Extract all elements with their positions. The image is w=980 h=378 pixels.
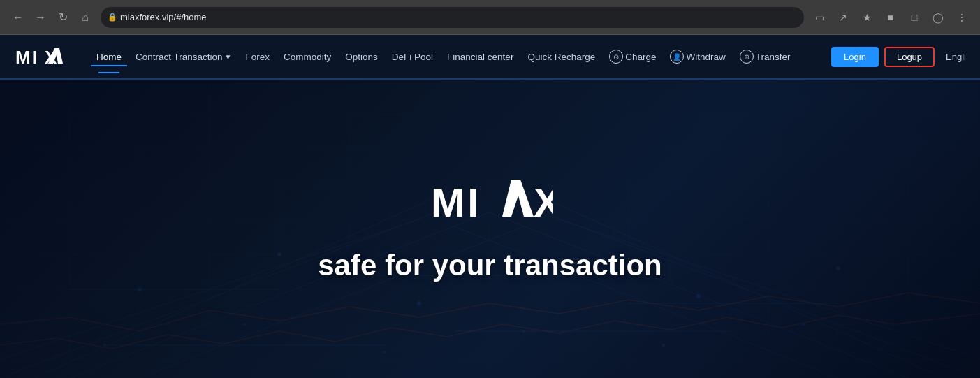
- refresh-button[interactable]: ↻: [53, 8, 73, 27]
- nav-withdraw-wrapper: 👤 Withdraw: [664, 45, 731, 68]
- lock-icon: 🔒: [108, 13, 117, 22]
- nav-home[interactable]: Home: [91, 48, 127, 66]
- nav-options-wrapper: Options: [339, 48, 383, 66]
- nav-home-wrapper: Home: [91, 48, 127, 66]
- nav-defi-wrapper: DeFi Pool: [386, 48, 439, 66]
- language-selector[interactable]: Engli: [946, 52, 966, 62]
- back-button[interactable]: ←: [8, 8, 28, 27]
- hero-content: MI X safe for your transaction: [318, 176, 661, 282]
- profile-button[interactable]: ◯: [928, 8, 948, 27]
- withdraw-icon: 👤: [670, 50, 684, 64]
- forward-button[interactable]: →: [31, 8, 50, 27]
- extensions-button[interactable]: ■: [881, 8, 900, 27]
- nav-transfer-wrapper: ⊕ Transfer: [734, 45, 796, 68]
- transfer-icon: ⊕: [740, 50, 754, 64]
- svg-text:MI: MI: [431, 180, 481, 225]
- site-logo[interactable]: MI X: [14, 45, 70, 68]
- nav-defi[interactable]: DeFi Pool: [386, 48, 439, 66]
- nav-contract-wrapper: Contract Transaction ▼: [130, 48, 237, 66]
- cast-button[interactable]: ▭: [810, 8, 829, 27]
- browser-actions: ▭ ↗ ★ ■ □ ◯ ⋮: [810, 8, 972, 27]
- nav-forex[interactable]: Forex: [240, 48, 275, 66]
- share-button[interactable]: ↗: [833, 8, 853, 27]
- nav-withdraw[interactable]: 👤 Withdraw: [664, 45, 731, 68]
- hero-logo-svg: MI X: [427, 176, 553, 225]
- navbar: MI X Home Contract Transaction ▼ Forex C…: [0, 35, 980, 80]
- nav-charge-wrapper: ⊙ Charge: [604, 45, 661, 68]
- nav-forex-wrapper: Forex: [240, 48, 275, 66]
- nav-contract[interactable]: Contract Transaction ▼: [130, 48, 237, 66]
- nav-quick-recharge[interactable]: Quick Recharge: [522, 48, 601, 66]
- browser-chrome: ← → ↻ ⌂ 🔒 ▭ ↗ ★ ■ □ ◯ ⋮: [0, 0, 980, 35]
- svg-text:X: X: [534, 180, 553, 225]
- address-input[interactable]: [101, 7, 804, 28]
- hero-tagline: safe for your transaction: [318, 249, 661, 282]
- website: MI X Home Contract Transaction ▼ Forex C…: [0, 35, 980, 378]
- nav-financial-wrapper: Financial center: [441, 48, 519, 66]
- login-button[interactable]: Login: [831, 47, 879, 67]
- home-button[interactable]: ⌂: [75, 8, 95, 27]
- charge-icon: ⊙: [609, 50, 623, 64]
- browser-nav-buttons: ← → ↻ ⌂: [8, 8, 95, 27]
- dropdown-arrow-icon: ▼: [225, 53, 232, 61]
- nav-options[interactable]: Options: [339, 48, 383, 66]
- nav-charge[interactable]: ⊙ Charge: [604, 45, 661, 68]
- logup-button[interactable]: Logup: [884, 47, 935, 67]
- tab-switch-button[interactable]: □: [905, 8, 924, 27]
- nav-transfer[interactable]: ⊕ Transfer: [734, 45, 796, 68]
- address-bar-wrapper: 🔒: [101, 7, 804, 28]
- nav-links: Home Contract Transaction ▼ Forex Commod…: [91, 45, 824, 68]
- nav-commodity-wrapper: Commodity: [278, 48, 337, 66]
- svg-text:MI: MI: [15, 47, 38, 68]
- hero-section: MI X safe for your transaction: [0, 80, 980, 378]
- bookmark-button[interactable]: ★: [857, 8, 877, 27]
- svg-marker-54: [502, 180, 534, 217]
- nav-auth: Login Logup Engli: [831, 47, 966, 67]
- hero-logo: MI X: [427, 176, 553, 228]
- nav-commodity[interactable]: Commodity: [278, 48, 337, 66]
- menu-button[interactable]: ⋮: [952, 8, 972, 27]
- logo-svg: MI X: [14, 45, 70, 68]
- nav-quick-recharge-wrapper: Quick Recharge: [522, 48, 601, 66]
- nav-financial[interactable]: Financial center: [441, 48, 519, 66]
